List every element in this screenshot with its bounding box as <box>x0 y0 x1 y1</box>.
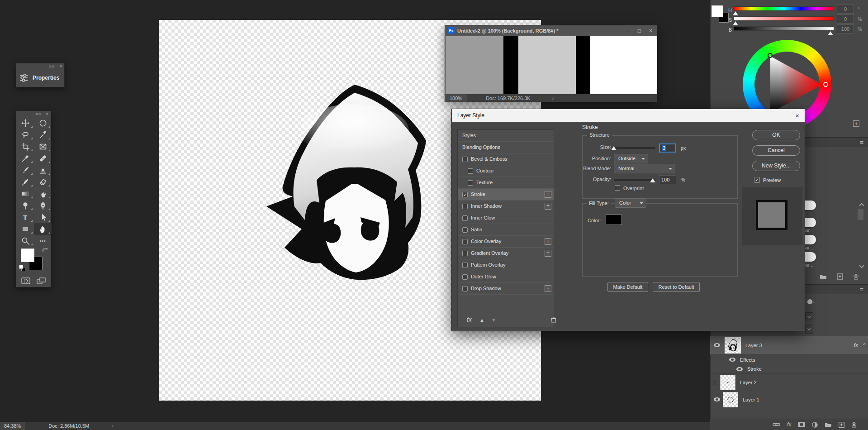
layer-row-layer1[interactable]: Layer 1 <box>710 391 868 408</box>
layers-lock-dropdown-stub[interactable] <box>805 325 813 334</box>
new-layer-icon[interactable] <box>839 422 844 428</box>
make-default-button[interactable]: Make Default <box>607 282 648 292</box>
link-layers-icon[interactable] <box>773 422 780 427</box>
magic-wand-tool[interactable] <box>34 129 52 141</box>
adjustment-layer-icon[interactable] <box>812 422 818 428</box>
cancel-button[interactable]: Cancel <box>752 145 800 156</box>
visibility-eye-icon[interactable] <box>714 397 720 401</box>
maximize-button[interactable]: □ <box>638 28 641 34</box>
add-instance-icon[interactable]: + <box>545 285 551 292</box>
screen-mode-icon[interactable] <box>37 277 46 285</box>
pattern-overlay-item[interactable]: Pattern Overlay <box>458 259 554 271</box>
zoom-tool[interactable] <box>16 235 34 247</box>
layer-thumbnail[interactable] <box>725 337 741 354</box>
layers-blend-dropdown-stub[interactable] <box>805 312 813 321</box>
scrollbar-thumb[interactable] <box>858 209 863 220</box>
layer-thumbnail[interactable] <box>720 375 735 390</box>
layer-fx-badge[interactable]: fx <box>854 342 858 349</box>
dialog-close-icon[interactable]: × <box>795 112 799 119</box>
checkbox[interactable] <box>462 204 468 209</box>
crop-tool[interactable] <box>16 141 34 153</box>
drop-shadow-item[interactable]: Drop Shadow+ <box>458 283 554 295</box>
checkbox-checked[interactable]: ✓ <box>462 192 468 197</box>
healing-brush-tool[interactable] <box>34 153 52 164</box>
move-style-up-icon[interactable]: ▲ <box>479 317 484 323</box>
foreground-swatch[interactable] <box>711 5 723 17</box>
panel-menu-icon[interactable]: ≡ <box>860 139 863 146</box>
delete-layer-icon[interactable] <box>851 421 857 428</box>
type-tool[interactable]: T <box>16 211 34 223</box>
new-group-icon[interactable] <box>825 422 832 428</box>
checkbox[interactable] <box>462 215 468 221</box>
close-icon[interactable]: × <box>59 64 62 69</box>
checkbox[interactable] <box>462 227 468 233</box>
brightness-value[interactable]: 100 <box>837 24 854 33</box>
triangle-selector[interactable] <box>768 53 773 58</box>
more-tools[interactable]: ••• <box>34 235 52 247</box>
move-style-down-icon[interactable]: ▼ <box>491 317 496 323</box>
stroke-effect-row[interactable]: Stroke <box>710 364 868 374</box>
outer-glow-item[interactable]: Outer Glow <box>458 271 554 283</box>
reset-default-button[interactable]: Reset to Default <box>653 282 700 292</box>
properties-panel[interactable]: »» × Properties <box>16 63 65 87</box>
collapse-icon[interactable]: «« <box>35 111 41 116</box>
minimize-button[interactable]: – <box>626 28 630 34</box>
eyedropper-tool[interactable] <box>16 153 34 164</box>
close-button[interactable]: × <box>649 28 652 34</box>
inner-glow-item[interactable]: Inner Glow <box>458 212 554 224</box>
checkbox[interactable] <box>462 239 468 244</box>
contour-item[interactable]: Contour <box>458 165 554 177</box>
fill-type-dropdown[interactable]: Color <box>615 198 646 208</box>
gradient-overlay-item[interactable]: Gradient Overlay+ <box>458 248 554 259</box>
swap-colors-icon[interactable] <box>42 248 49 255</box>
add-instance-icon[interactable]: + <box>545 191 551 198</box>
properties-panel-header[interactable]: »» × <box>16 63 64 70</box>
panel-menu-icon[interactable]: ≡ <box>860 286 863 293</box>
effects-row[interactable]: Effects <box>710 355 868 364</box>
bevel-emboss-item[interactable]: Bevel & Emboss <box>458 153 554 165</box>
size-slider[interactable] <box>614 147 655 149</box>
layer-style-icon[interactable]: fx <box>787 421 791 428</box>
delete-style-icon[interactable] <box>551 317 556 323</box>
add-instance-icon[interactable]: + <box>545 250 551 257</box>
zoom-level[interactable]: 84.38% <box>0 422 25 430</box>
smudge-tool[interactable] <box>34 188 52 200</box>
layer-row-layer2[interactable]: Layer 2 <box>710 374 868 391</box>
brush-tool[interactable] <box>16 164 34 176</box>
fg-bg-swatches[interactable] <box>711 5 724 24</box>
visibility-empty-box[interactable] <box>712 380 717 385</box>
checkbox[interactable] <box>462 251 468 256</box>
clone-stamp-tool[interactable] <box>34 164 52 176</box>
gradient-tool[interactable] <box>16 188 34 200</box>
blend-mode-dropdown[interactable]: Normal <box>614 164 675 173</box>
blending-options-item[interactable]: Blending Options <box>458 142 554 153</box>
checkbox[interactable] <box>462 157 468 162</box>
path-select-tool[interactable] <box>34 211 52 223</box>
styles-item[interactable]: Styles <box>458 130 554 142</box>
visibility-eye-icon[interactable] <box>736 367 743 371</box>
document-zoom-level[interactable]: 100% <box>445 94 467 102</box>
brightness-slider[interactable] <box>734 26 834 31</box>
ellipse-marquee-tool[interactable] <box>34 117 52 129</box>
new-style-button[interactable]: New Style... <box>752 161 800 171</box>
new-folder-icon[interactable] <box>820 274 827 280</box>
position-dropdown[interactable]: Outside <box>614 154 648 163</box>
add-swatch-button[interactable]: + <box>853 120 859 127</box>
art-brush-tool[interactable] <box>16 176 34 188</box>
layers-panel-header[interactable]: ≡ <box>805 284 868 294</box>
opacity-slider[interactable] <box>614 179 655 181</box>
document-window-titlebar[interactable]: Ps Untitled-2 @ 100% (Background, RGB/8#… <box>445 25 657 36</box>
color-overlay-item[interactable]: Color Overlay+ <box>458 236 554 248</box>
checkbox[interactable] <box>462 274 468 280</box>
quick-mask-icon[interactable] <box>21 277 30 285</box>
foreground-color-swatch[interactable] <box>21 248 34 262</box>
document-window[interactable]: Ps Untitled-2 @ 100% (Background, RGB/8#… <box>445 25 657 102</box>
hue-slider[interactable] <box>734 6 834 11</box>
preview-checkbox[interactable]: ✓ <box>754 177 760 183</box>
ok-button[interactable]: OK <box>752 130 800 140</box>
satin-item[interactable]: Satin <box>458 224 554 236</box>
status-chevron-icon[interactable]: › <box>552 96 554 101</box>
collapse-icon[interactable]: »» <box>49 64 55 69</box>
checkbox[interactable] <box>462 263 468 268</box>
overprint-checkbox[interactable] <box>615 185 620 191</box>
